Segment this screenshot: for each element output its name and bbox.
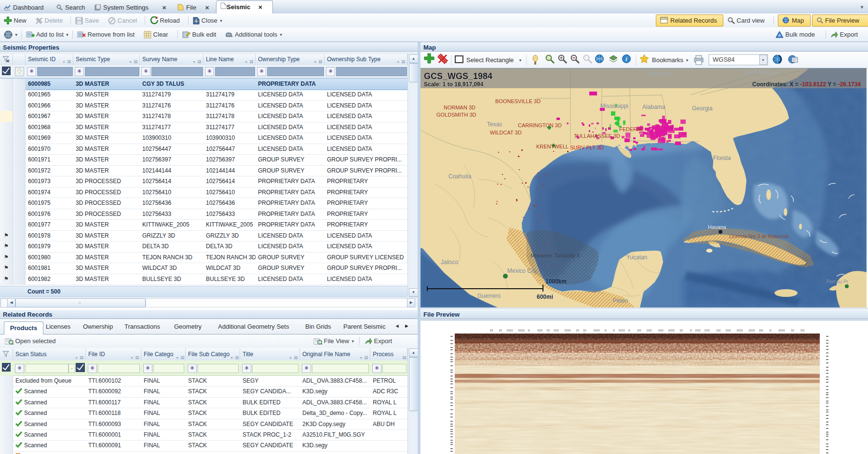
- svg-text:Texas: Texas: [487, 121, 502, 128]
- svg-text:SURV PLT 3D: SURV PLT 3D: [570, 145, 604, 150]
- svg-text:North Carolina: North Carolina: [745, 69, 779, 75]
- svg-text:NORMAN 3D: NORMAN 3D: [444, 105, 475, 110]
- svg-text:WGS84: WGS84: [713, 56, 735, 63]
- svg-text:Coahuila: Coahuila: [448, 173, 472, 180]
- svg-text:Monantor Tamaulip 5: Monantor Tamaulip 5: [530, 253, 580, 258]
- svg-text:GOLDSMITH 3D: GOLDSMITH 3D: [436, 112, 476, 118]
- svg-text:Coordinates: X = -103.6122 Y: Coordinates: X = -103.6122 Y = -26.1734: [752, 81, 861, 88]
- svg-text:Scale: 1 to 18,917,094: Scale: 1 to 18,917,094: [424, 81, 484, 88]
- svg-text:Tennessee: Tennessee: [646, 70, 672, 76]
- svg-text:KRENTWELL: KRENTWELL: [536, 144, 569, 149]
- svg-text:Yucatan: Yucatan: [626, 254, 647, 261]
- svg-text:Mexico City: Mexico City: [507, 267, 537, 274]
- svg-text:1000km: 1000km: [545, 278, 567, 285]
- svg-text:Guerrero: Guerrero: [477, 293, 501, 299]
- svg-text:Alabama: Alabama: [642, 104, 665, 110]
- svg-text:Bookmarks: Bookmarks: [652, 56, 684, 64]
- svg-text:GCS_WGS_1984: GCS_WGS_1984: [424, 71, 492, 81]
- svg-text:BOONESVILLE 3D: BOONESVILLE 3D: [495, 98, 541, 104]
- svg-text:TULLAHASSEE 3D: TULLAHASSEE 3D: [574, 133, 620, 139]
- svg-text:Georgia: Georgia: [692, 105, 713, 112]
- svg-text:CARRINGTON 3D: CARRINGTON 3D: [518, 122, 562, 128]
- svg-text:Select Rectangle: Select Rectangle: [466, 56, 514, 64]
- svg-text:▼: ▼: [761, 58, 765, 62]
- svg-text:▼: ▼: [685, 58, 689, 63]
- svg-text:▼: ▼: [518, 58, 522, 63]
- svg-text:Peten: Peten: [613, 297, 628, 304]
- svg-text:Florida: Florida: [713, 155, 731, 161]
- svg-text:Port au Pr: Port au Pr: [827, 279, 849, 284]
- svg-text:WILDCAT 3D: WILDCAT 3D: [490, 130, 522, 135]
- svg-text:Havana: Havana: [708, 224, 727, 230]
- svg-text:Jalisco: Jalisco: [441, 259, 459, 266]
- svg-text:600mi: 600mi: [537, 294, 553, 300]
- svg-text:Licencia Nor 3 de Matanzas: Licencia Nor 3 de Matanzas: [729, 234, 789, 239]
- svg-text:FEDERAL: FEDERAL: [619, 126, 644, 132]
- svg-text:Mississippi: Mississippi: [600, 103, 628, 109]
